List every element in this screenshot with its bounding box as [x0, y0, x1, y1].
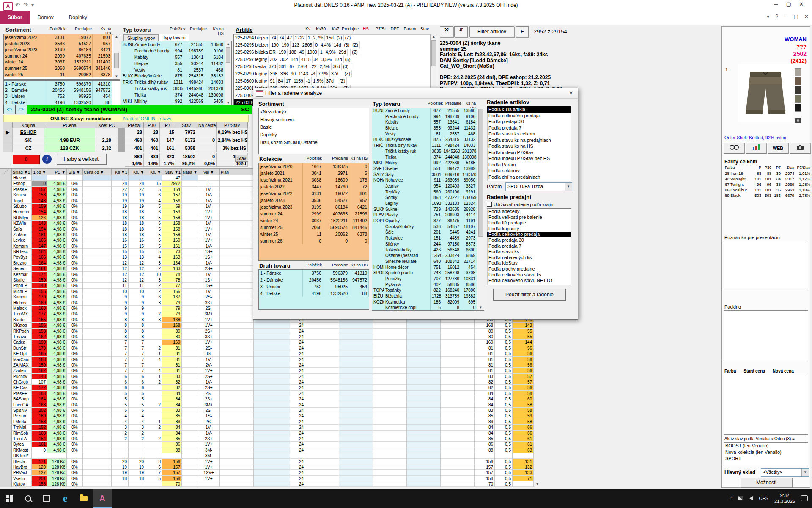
- tab-skupiny-typov[interactable]: Skupiny typov: [123, 34, 159, 41]
- cell[interactable]: [254, 402, 290, 408]
- cell[interactable]: 9: [129, 311, 145, 317]
- typ-row[interactable]: SVETSvetre5518947213989: [372, 166, 484, 172]
- cell[interactable]: 0,5: [495, 385, 513, 390]
- cell[interactable]: 58: [513, 408, 534, 413]
- search-button[interactable]: [19, 489, 37, 508]
- cell[interactable]: 4,98 €: [47, 402, 67, 408]
- cell[interactable]: [182, 425, 198, 430]
- cell[interactable]: [373, 345, 407, 351]
- tab-doplnky[interactable]: Doplnky: [61, 11, 95, 24]
- cell[interactable]: 24: [290, 425, 305, 430]
- cell[interactable]: 4: [129, 413, 145, 419]
- cell[interactable]: 22: [129, 187, 145, 192]
- cell[interactable]: [305, 329, 339, 334]
- cell[interactable]: [145, 362, 162, 368]
- cell[interactable]: [182, 289, 198, 294]
- farba-row[interactable]: 42 Wrought1011013429171,17%: [724, 176, 811, 182]
- cell[interactable]: [220, 374, 254, 379]
- cell[interactable]: 0%: [67, 329, 83, 334]
- cell[interactable]: 4,98 €: [47, 266, 67, 271]
- cell[interactable]: [83, 413, 112, 419]
- cell[interactable]: [441, 368, 475, 373]
- cell[interactable]: [220, 306, 254, 311]
- cell[interactable]: 24: [290, 402, 305, 408]
- cell[interactable]: 47: [162, 175, 182, 181]
- cell[interactable]: 147: [32, 243, 47, 249]
- cell[interactable]: 0,5: [495, 464, 513, 470]
- kolekcia-row[interactable]: jeseň/zima 2021303818609173: [259, 177, 369, 183]
- cell[interactable]: 73: [162, 249, 182, 254]
- cell[interactable]: 1V+: [198, 215, 220, 221]
- cell[interactable]: 12: [112, 277, 129, 283]
- typ-row[interactable]: Šortky863473221176069: [372, 195, 484, 201]
- store-row[interactable]: KE Cas1724,98 €0%66822S+24820,556: [0, 385, 534, 390]
- druh-tovaru-row[interactable]: 3 - Unisex75295925454: [4, 93, 120, 99]
- typ-row[interactable]: Pyžamá402568356586: [372, 282, 484, 288]
- cell[interactable]: [182, 272, 198, 277]
- cell[interactable]: [0, 254, 12, 260]
- cell[interactable]: [182, 340, 198, 345]
- cell[interactable]: [220, 379, 254, 385]
- cell[interactable]: 81: [475, 345, 495, 351]
- cell[interactable]: NZWin: [12, 221, 32, 226]
- radenie-predajni-option[interactable]: Podľa celkového predaja: [487, 232, 571, 237]
- cell[interactable]: [220, 289, 254, 294]
- cell[interactable]: 1V+: [198, 476, 220, 481]
- cell[interactable]: [220, 436, 254, 442]
- cell[interactable]: 18: [129, 476, 145, 481]
- cell[interactable]: [220, 368, 254, 373]
- cell[interactable]: 1V-: [198, 425, 220, 430]
- cell[interactable]: 3: [145, 260, 162, 266]
- chart-button[interactable]: [746, 143, 766, 154]
- typ-tovaru-row[interactable]: Kabáty557136416184: [121, 54, 231, 61]
- cell[interactable]: [198, 481, 220, 487]
- cell[interactable]: 8: [112, 334, 129, 340]
- cell[interactable]: 24: [290, 431, 305, 436]
- store-row[interactable]: Břecla171128 Kč0%202081561V+241560,5131: [0, 459, 534, 464]
- cell[interactable]: [220, 215, 254, 221]
- cell[interactable]: 168: [475, 323, 495, 328]
- cell[interactable]: 143: [32, 198, 47, 204]
- cell[interactable]: 2: [112, 431, 129, 436]
- cell[interactable]: 18: [129, 221, 145, 226]
- cell[interactable]: [0, 226, 12, 232]
- column-header[interactable]: Sklad ▼1: [12, 168, 32, 175]
- cell[interactable]: 83: [475, 408, 495, 413]
- cell[interactable]: 4,98 €: [47, 345, 67, 351]
- cell[interactable]: TrenLA: [12, 436, 32, 442]
- cell[interactable]: 0%: [67, 476, 83, 481]
- cell[interactable]: [182, 357, 198, 362]
- cell[interactable]: 0%: [67, 192, 83, 198]
- cell[interactable]: [0, 340, 12, 345]
- cell[interactable]: 2S+: [198, 385, 220, 390]
- cell[interactable]: 0,5: [495, 329, 513, 334]
- cell[interactable]: 8: [145, 459, 162, 464]
- cell[interactable]: 133: [513, 470, 534, 475]
- cell[interactable]: ChGrob: [12, 379, 32, 385]
- cell[interactable]: [441, 481, 475, 487]
- cell[interactable]: 143: [513, 323, 534, 328]
- cell[interactable]: 77: [162, 283, 182, 288]
- cell[interactable]: [373, 476, 407, 481]
- cell[interactable]: [373, 379, 407, 385]
- cell[interactable]: [220, 464, 254, 470]
- cell[interactable]: [373, 436, 407, 442]
- cell[interactable]: [441, 357, 475, 362]
- cell[interactable]: [182, 204, 198, 209]
- cell[interactable]: [0, 277, 12, 283]
- cell[interactable]: [0, 283, 12, 288]
- cell[interactable]: 0%: [67, 408, 83, 413]
- search-stores-button[interactable]: [724, 143, 744, 154]
- help-icon[interactable]: ?: [775, 14, 778, 19]
- cell[interactable]: [220, 362, 254, 368]
- cell[interactable]: [220, 425, 254, 430]
- cell[interactable]: 19: [112, 204, 129, 209]
- cell[interactable]: 84: [475, 402, 495, 408]
- cell[interactable]: [220, 351, 254, 356]
- typ-row[interactable]: TRIČTričká dlhý rukáv131149842414033: [372, 143, 484, 149]
- cell[interactable]: 7: [129, 340, 145, 345]
- cell[interactable]: 1V+: [198, 442, 220, 447]
- cell[interactable]: [83, 385, 112, 390]
- cell[interactable]: [339, 459, 373, 464]
- cell[interactable]: 4,98 €: [47, 385, 67, 390]
